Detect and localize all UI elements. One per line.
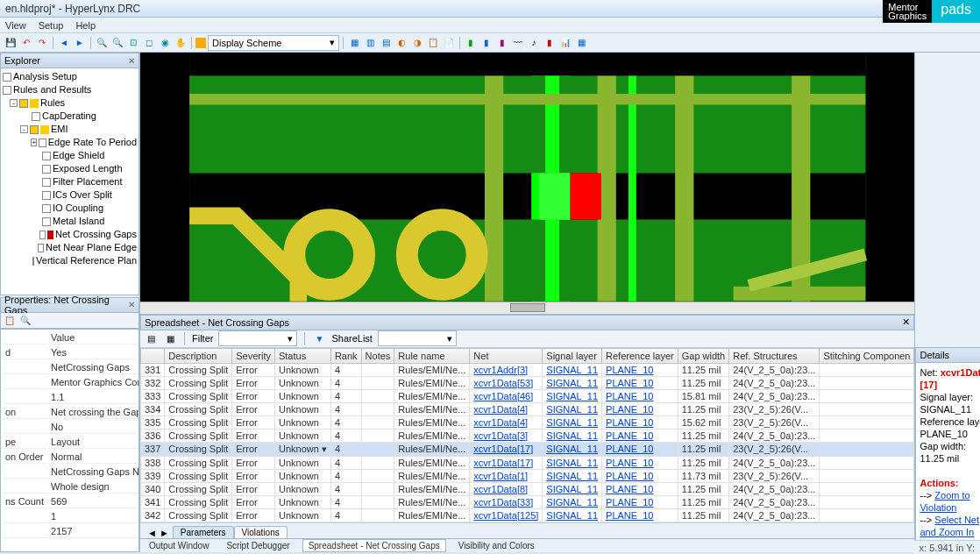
tab-visibility-colors[interactable]: Visibility and Colors [453,540,540,551]
display-scheme-dropdown[interactable]: Display Scheme▾ [208,35,339,51]
nav-back-icon[interactable]: ◄ [57,36,71,50]
canvas-scrollbar-h[interactable] [140,302,914,314]
table-row[interactable]: 338Crossing SplitErrorUnknown4Rules/EMI/… [141,456,914,469]
tree-item[interactable]: Net Crossing Gaps [3,228,137,241]
ss-tool-icon[interactable]: ▤ [144,331,158,345]
column-header[interactable]: Ref. Structures [729,348,820,363]
table-row[interactable]: 342Crossing SplitErrorUnknown4Rules/EMI/… [141,508,914,522]
tool-icon[interactable]: ▦ [347,36,361,50]
column-header[interactable] [141,348,165,363]
table-row[interactable]: 341Crossing SplitErrorUnknown4Rules/EMI/… [141,495,914,508]
tool-icon[interactable]: 📊 [558,36,572,50]
table-row[interactable]: 334Crossing SplitErrorUnknown4Rules/EMI/… [141,402,914,416]
action-select-net-zoom[interactable]: Select Net and Zoom In [920,515,979,537]
nav-fwd-icon[interactable]: ► [73,36,87,50]
sharelist-dropdown[interactable]: ▾ [378,330,457,346]
column-header[interactable]: Stitching Componen [820,348,914,363]
column-header[interactable]: Signal layer [543,348,602,363]
column-header[interactable]: Gap width [678,348,729,363]
tree-item[interactable]: -EMI [3,123,137,136]
save-icon[interactable]: 💾 [4,36,18,50]
table-row[interactable]: 335Crossing SplitErrorUnknown4Rules/EMI/… [141,416,914,429]
table-row[interactable]: 336Crossing SplitErrorUnknown4Rules/EMI/… [141,429,914,442]
properties-grid[interactable]: ValuedYesNetCrossing GapsMentor Graphics… [0,329,139,553]
tree-item[interactable]: Rules and Results [3,83,137,96]
props-tool-icon[interactable]: 🔍 [18,313,32,327]
table-row[interactable]: 331Crossing SplitErrorUnknown4Rules/EMI/… [141,363,914,376]
column-header[interactable]: Notes [361,348,394,363]
rules-tree[interactable]: Analysis SetupRules and Results-RulesCap… [0,68,139,295]
column-header[interactable]: Reference layer [602,348,678,363]
undo-icon[interactable]: ↶ [19,36,33,50]
tool-icon[interactable]: ▮ [464,36,478,50]
table-row[interactable]: 337Crossing SplitErrorUnknown ▾4Rules/EM… [141,442,914,456]
tree-item[interactable]: Analysis Setup [3,70,137,83]
column-header[interactable]: Severity [232,348,275,363]
tool-icon[interactable]: ▤ [379,36,393,50]
close-icon[interactable]: ✕ [128,56,135,66]
tree-item[interactable]: +Edge Rate To Period [3,136,137,149]
tab-output-window[interactable]: Output Window [144,540,214,551]
zoom-sel-icon[interactable]: ◉ [158,36,172,50]
column-header[interactable]: Net [470,348,543,363]
tool-icon[interactable]: 📋 [426,36,440,50]
action-zoom-violation[interactable]: Zoom to Violation [920,490,969,513]
zoom-fit-icon[interactable]: ⊡ [126,36,140,50]
table-row[interactable]: 340Crossing SplitErrorUnknown4Rules/EMI/… [141,482,914,495]
tree-item[interactable]: Net Near Plane Edge [3,241,137,254]
column-header[interactable]: Status [274,348,330,363]
tool-icon[interactable]: ▮ [495,36,509,50]
tab-violations[interactable]: Violations [234,526,288,538]
props-tool-icon[interactable]: 📋 [3,313,17,327]
tool-icon[interactable]: 📄 [442,36,456,50]
tab-script-debugger[interactable]: Script Debugger [221,540,295,551]
table-row[interactable]: 339Crossing SplitErrorUnknown4Rules/EMI/… [141,469,914,482]
tree-item[interactable]: ICs Over Split [3,188,137,202]
zoom-out-icon[interactable]: 🔍 [110,36,124,50]
pcb-canvas[interactable] [140,53,914,302]
tree-item[interactable]: Vertical Reference Plan [3,254,137,267]
tree-item[interactable]: IO Coupling [3,202,137,215]
zoom-in-icon[interactable]: 🔍 [95,36,109,50]
logo-area: MentorGraphics pads [883,0,980,23]
table-row[interactable]: 333Crossing SplitErrorUnknown4Rules/EMI/… [141,389,914,402]
pan-icon[interactable]: ✋ [174,36,188,50]
tool-icon[interactable]: ▮ [543,36,557,50]
filter-dropdown[interactable]: ▾ [218,330,297,346]
menu-view[interactable]: View [5,20,26,31]
close-icon[interactable]: ✕ [902,316,910,328]
column-header[interactable]: Rank [330,348,361,363]
tree-item[interactable]: Edge Shield [3,149,137,162]
mentor-graphics-logo: MentorGraphics [883,0,932,23]
tool-icon[interactable]: ♪ [527,36,541,50]
violations-grid[interactable]: DescriptionSeverityStatusRankNotesRule n… [140,348,914,522]
table-row[interactable]: 332Crossing SplitErrorUnknown4Rules/EMI/… [141,376,914,389]
tab-spreadsheet[interactable]: Spreadsheet - Net Crossing Gaps [302,539,446,552]
tool-icon[interactable]: 〰 [511,36,525,50]
funnel-icon[interactable]: ▼ [312,331,326,345]
tool-icon[interactable]: ▥ [363,36,377,50]
close-icon[interactable]: ✕ [128,300,135,309]
svg-rect-11 [545,220,559,302]
tab-parameters[interactable]: Parameters [173,526,234,538]
tree-item[interactable]: Filter Placement [3,175,137,188]
svg-rect-10 [545,76,559,174]
tool-icon[interactable]: ◑ [410,36,424,50]
layer-icon[interactable] [195,38,206,48]
tool-icon[interactable]: ▮ [479,36,494,50]
tool-icon[interactable]: ▦ [574,36,588,50]
tree-item[interactable]: Exposed Length [3,162,137,175]
menu-help[interactable]: Help [75,20,96,31]
zoom-window-icon[interactable]: ◻ [142,36,156,50]
tree-item[interactable]: Metal Island [3,215,137,228]
column-header[interactable]: Rule name [394,348,470,363]
details-body: Net: xcvr1Data [17] Signal layer: SIGNAL… [915,363,980,552]
column-header[interactable]: Description [165,348,232,363]
tree-item[interactable]: -Rules [3,96,137,110]
redo-icon[interactable]: ↷ [35,36,49,50]
tree-item[interactable]: CapDerating [3,110,137,123]
ss-tool-icon[interactable]: ▦ [163,331,177,345]
menu-setup[interactable]: Setup [39,20,64,31]
tool-icon[interactable]: ◐ [394,36,408,50]
svg-rect-8 [675,76,693,302]
